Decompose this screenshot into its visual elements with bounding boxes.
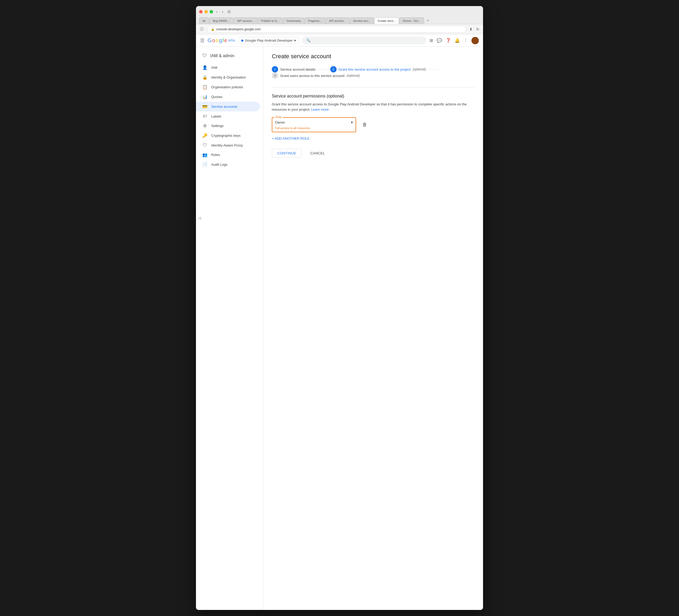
url-text: console.developers.google.com	[216, 27, 261, 31]
sidebar-item-quotas[interactable]: 📊 Quotas	[196, 92, 260, 102]
sidebar-label-service-accounts: Service accounts	[211, 104, 237, 109]
audit-logs-icon: 📄	[202, 162, 207, 167]
delete-role-button[interactable]: 🗑	[360, 120, 369, 130]
org-policies-icon: 📋	[202, 85, 207, 90]
step-1-label: Service account details	[280, 67, 316, 71]
lock-icon: 🔒	[211, 28, 215, 31]
project-chevron-icon: ▾	[294, 38, 296, 42]
collapse-sidebar-button[interactable]: ◁	[198, 216, 201, 220]
sidebar-item-iap[interactable]: 🛡 Identity-Aware Proxy	[196, 141, 260, 150]
apis-label: APIs	[228, 38, 235, 42]
address-bar[interactable]: 🔒 console.developers.google.com	[207, 26, 466, 33]
tab-api2[interactable]: API access...	[326, 18, 350, 24]
iap-icon: 🛡	[202, 143, 207, 148]
tab-bug[interactable]: Bug 59400:...	[209, 18, 233, 24]
help-icon[interactable]: ❓	[446, 38, 451, 43]
project-name: Google Play Android Developer	[245, 38, 293, 42]
nav-info-button[interactable]: ⓘ	[199, 26, 205, 32]
google-bar: ☰ Google APIs Google Play Android Develo…	[196, 34, 483, 47]
google-logo: Google APIs	[207, 37, 235, 43]
notifications-icon[interactable]: 🔔	[455, 38, 460, 43]
settings-icon: ⚙	[202, 123, 207, 128]
step-3-optional: (optional)	[347, 74, 360, 78]
sidebar-item-crypto-keys[interactable]: 🔑 Cryptographic keys	[196, 131, 260, 141]
section-title: Service account permissions (optional)	[272, 94, 475, 98]
role-row: Role Owner Editor Viewer ▾ Full access t…	[272, 117, 475, 132]
sidebar-item-settings[interactable]: ⚙ Settings	[196, 121, 260, 131]
sidebar-label-org-policies: Organisation policies	[211, 85, 243, 89]
main-content: Create service account ✓ Service account…	[263, 47, 483, 610]
sidebar-label-identity: Identity & Organisation	[211, 75, 246, 79]
back-button[interactable]: ‹	[215, 9, 219, 14]
tab-de[interactable]: de	[199, 18, 209, 24]
role-hint: Full access to all resources.	[275, 126, 353, 130]
sidebar-label-roles: Roles	[211, 153, 220, 157]
iam-admin-icon: 🛡	[202, 53, 207, 59]
tab-grammarly[interactable]: Grammarly	[283, 18, 304, 24]
section-description: Grant this service account access to Goo…	[272, 102, 475, 112]
sidebar-label-audit-logs: Audit Logs	[211, 162, 227, 166]
step-2: 2 Grant this service account access to t…	[330, 66, 426, 72]
action-buttons: CONTINUE CANCEL	[272, 149, 475, 158]
sidebar-label-quotas: Quotas	[211, 95, 222, 99]
reload-button[interactable]: ↻	[475, 26, 480, 32]
sidebar-label-labels: Labels	[211, 114, 221, 118]
share-button[interactable]: ⬆	[468, 26, 474, 32]
menu-icon[interactable]: ☰	[200, 38, 204, 43]
role-select[interactable]: Owner Editor Viewer	[275, 119, 353, 125]
add-role-label: + ADD ANOTHER ROLE	[272, 136, 310, 141]
step-2-optional: (optional)	[413, 67, 426, 71]
tab-publish[interactable]: Publish to G...	[258, 18, 283, 24]
tab-api1[interactable]: API access...	[234, 18, 258, 24]
tab-stores[interactable]: Stores - Sm...	[399, 18, 424, 24]
apps-icon[interactable]: ⊞	[429, 38, 433, 43]
sidebar-item-roles[interactable]: 👥 Roles	[196, 150, 260, 160]
continue-button[interactable]: CONTINUE	[272, 149, 302, 158]
project-dot	[241, 39, 244, 42]
step-2-circle: 2	[330, 66, 336, 72]
sidebar-label-iap: Identity-Aware Proxy	[211, 143, 243, 147]
avatar[interactable]	[472, 37, 479, 44]
learn-more-link[interactable]: Learn more	[311, 107, 329, 112]
sidebar-item-org-policies[interactable]: 📋 Organisation policies	[196, 82, 260, 92]
minimize-button[interactable]	[204, 10, 208, 13]
labels-icon: 🏷	[202, 114, 207, 119]
tab-create-service[interactable]: Create servi...	[374, 18, 399, 24]
sidebar-item-labels[interactable]: 🏷 Labels	[196, 112, 260, 121]
google-bar-actions: ⊞ 💬 ❓ 🔔 ⋮	[429, 37, 479, 44]
sidebar-item-service-accounts[interactable]: 💳 Service accounts	[196, 102, 260, 112]
sidebar-item-identity[interactable]: 🔒 Identity & Organisation	[196, 72, 260, 82]
maximize-button[interactable]	[209, 10, 213, 13]
add-another-role-button[interactable]: + ADD ANOTHER ROLE	[272, 134, 310, 143]
chat-icon[interactable]: 💬	[437, 38, 442, 43]
tab-bar: de Bug 59400:... API access... Publish t…	[199, 17, 480, 24]
sidebar-label-crypto-keys: Cryptographic keys	[211, 133, 240, 137]
roles-icon: 👥	[202, 152, 207, 157]
sidebar-label-settings: Settings	[211, 124, 224, 128]
tab-fragment[interactable]: Fragmen...	[304, 18, 325, 24]
divider	[272, 87, 475, 88]
step-2-label: Grant this service account access to the…	[339, 67, 411, 71]
step-1: ✓ Service account details	[272, 66, 316, 72]
step-3-label: Grant users access to this service accou…	[280, 74, 345, 78]
tab-service[interactable]: Service acc...	[350, 18, 374, 24]
close-button[interactable]	[199, 10, 202, 13]
step-3: 3 Grant users access to this service acc…	[272, 72, 360, 79]
cancel-button[interactable]: CANCEL	[305, 149, 330, 158]
sidebar-item-iam[interactable]: 👤 IAM	[196, 63, 260, 72]
identity-icon: 🔒	[202, 75, 207, 80]
iam-icon: 👤	[202, 65, 207, 70]
tab-add-button[interactable]: +	[424, 17, 432, 24]
step-3-circle: 3	[272, 72, 278, 79]
search-bar[interactable]: 🔍	[302, 37, 426, 44]
search-icon: 🔍	[306, 38, 311, 42]
sidebar-item-audit-logs[interactable]: 📄 Audit Logs	[196, 160, 260, 170]
project-selector[interactable]: Google Play Android Developer ▾	[238, 37, 299, 44]
quotas-icon: 📊	[202, 94, 207, 99]
role-fieldset: Role Owner Editor Viewer ▾ Full access t…	[272, 117, 356, 132]
role-legend: Role	[274, 115, 283, 119]
more-icon[interactable]: ⋮	[463, 38, 468, 43]
reader-button[interactable]: ⊡	[226, 9, 232, 14]
section-desc-text: Grant this service account access to Goo…	[272, 102, 467, 112]
forward-button[interactable]: ›	[221, 9, 225, 14]
